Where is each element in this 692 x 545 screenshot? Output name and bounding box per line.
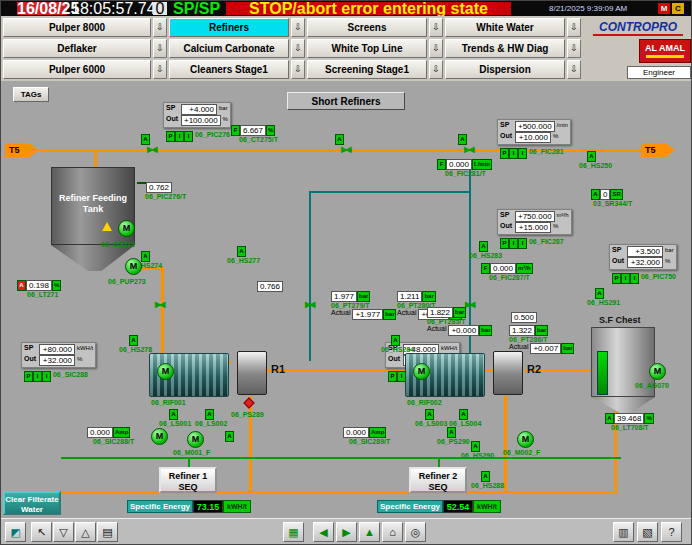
i-chip: I (509, 148, 518, 159)
user-role[interactable]: Engineer (627, 66, 691, 79)
auto-mode-chip: A (605, 413, 614, 424)
nav-arrow-pulper8000[interactable]: ⇩ (153, 18, 167, 37)
actual-value: +0.007 (530, 343, 561, 354)
motor-06_M002_F[interactable]: M (517, 431, 534, 448)
valve-icon[interactable]: ▶◀ (305, 301, 313, 309)
agitator-motor-06_AG272[interactable]: M (118, 220, 135, 237)
nav-pulper-6000[interactable]: Pulper 6000 (3, 60, 151, 79)
valve-icon[interactable]: ▶◀ (464, 146, 472, 154)
motor-06_RIF001[interactable]: M (157, 363, 174, 380)
specific-energy-label-1: Specific Energy (127, 500, 193, 513)
mode-and-tag-06_SIC288: PII 06_SIC288 (24, 371, 88, 382)
nav-screens[interactable]: Screens (307, 18, 427, 37)
alarm-counter: 0 (153, 2, 167, 15)
f-chip: F (437, 159, 446, 170)
out-value: +32.000 (627, 257, 663, 268)
motor-06_RIF002[interactable]: M (413, 363, 430, 380)
tag-label: 03_SR344/T (593, 200, 632, 207)
pv-unit: % (644, 413, 653, 424)
nav-arrow-screens[interactable]: ⇩ (429, 18, 443, 37)
out-value: +100.000 (181, 115, 221, 126)
mode-and-tag-06_FIC287: PII 06_FIC287 (500, 238, 564, 249)
nav-deflaker[interactable]: Deflaker (3, 39, 151, 58)
home-icon[interactable]: ⌂ (382, 522, 403, 542)
pv-unit: L/min (472, 159, 492, 170)
refiner2-seq-button[interactable]: Refiner 2 SEQ (409, 467, 467, 493)
back-arrow-icon[interactable]: ◀ (313, 522, 334, 542)
status-date: 16/08/25 (17, 2, 67, 15)
refiner2-unit[interactable] (493, 351, 523, 395)
auto-mode-chip: A (141, 134, 150, 145)
tag-label: 06_PT279/T (331, 302, 396, 309)
nav-screening-stage1[interactable]: Screening Stage1 (307, 60, 427, 79)
auto-mode-chip: A (129, 335, 138, 346)
pipe-pump-drop (161, 267, 164, 363)
actual-label: Actual (331, 309, 350, 316)
feed-tank-label: Refiner Feeding Tank (58, 193, 128, 215)
motor-06_M001_F[interactable]: M (187, 431, 204, 448)
aux-motor[interactable]: M (151, 428, 168, 445)
zoom-icon[interactable]: ◎ (405, 522, 426, 542)
clear-filterate-water-button[interactable]: Clear Filterate Water (3, 491, 61, 515)
actual-unit: bar (383, 309, 396, 320)
trend-icon[interactable]: ▥ (613, 522, 634, 542)
sample-icon[interactable]: △ (75, 522, 96, 542)
overview-icon[interactable]: ▦ (283, 522, 304, 542)
tag-label: 06_FIC287 (529, 238, 564, 245)
nav-arrow-whitewater[interactable]: ⇩ (567, 18, 581, 37)
agitator-motor-06_AG070[interactable]: M (649, 363, 666, 380)
controller-faceplate-06_FIC287[interactable]: SP+750.000 m³/h Out+15.000 % (497, 209, 572, 235)
nav-arrow-whitetop[interactable]: ⇩ (429, 39, 443, 58)
nav-arrow-deflaker[interactable]: ⇩ (153, 39, 167, 58)
actual-unit: bar (479, 325, 492, 336)
seq1-title: Refiner 1 (161, 471, 215, 482)
select-tool-icon[interactable]: ↖ (31, 522, 52, 542)
pump-motor-06_PUP273[interactable]: M (125, 258, 142, 275)
nav-dispersion[interactable]: Dispersion (445, 60, 565, 79)
forward-arrow-icon[interactable]: ▶ (336, 522, 357, 542)
sp-unit: bar (665, 247, 674, 253)
nav-arrow-cleaners[interactable]: ⇩ (291, 60, 305, 79)
sp-value: +80.000 (39, 344, 75, 355)
controller-faceplate-06_SIC288[interactable]: SP+80.000 kWH/t Out+32.000 % (21, 342, 96, 368)
tag-label: 06_LS001 (159, 420, 191, 427)
refiner1-seq-button[interactable]: Refiner 1 SEQ (159, 467, 217, 493)
nav-trends-hw-diag[interactable]: Trends & HW Diag (445, 39, 565, 58)
nav-calcium-carbonate[interactable]: Calcium Carbonate (169, 39, 289, 58)
tag-label: 06_PUP273 (108, 278, 146, 285)
up-arrow-icon[interactable]: ▲ (359, 522, 380, 542)
nav-arrow-refiners[interactable]: ⇩ (291, 18, 305, 37)
nav-white-water[interactable]: White Water (445, 18, 565, 37)
nav-arrow-trends[interactable]: ⇩ (567, 39, 581, 58)
nav-arrow-screening[interactable]: ⇩ (429, 60, 443, 79)
nav-cleaners-stage1[interactable]: Cleaners Stage1 (169, 60, 289, 79)
controller-faceplate-06_PIC750[interactable]: SP+3.500 bar Out+32.000 % (609, 244, 677, 270)
out-value: +10.000 (515, 132, 551, 143)
filter-icon[interactable]: ▽ (53, 522, 74, 542)
p-chip: P (500, 238, 509, 249)
tags-button[interactable]: TAGs (13, 87, 49, 102)
print-icon[interactable]: ▤ (97, 522, 118, 542)
nav-white-top-line[interactable]: White Top Line (307, 39, 427, 58)
valve-icon[interactable]: ▶◀ (147, 146, 155, 154)
valve-icon[interactable]: ▶◀ (155, 301, 163, 309)
active-alarm-banner[interactable]: STOP/abort error entering state (226, 2, 511, 15)
alarm-list-icon[interactable]: ▧ (637, 522, 658, 542)
controller-faceplate-06_FIC281[interactable]: SP+500.000 /min Out+10.000 % (497, 119, 571, 145)
valve-icon[interactable]: ▶◀ (341, 146, 349, 154)
help-icon[interactable]: ? (661, 522, 682, 542)
tag-label: 06_LT708/T (611, 424, 649, 431)
refiner1-unit[interactable] (237, 351, 267, 395)
tag-label: 06_PIC276/T (145, 193, 186, 200)
nav-arrow-calcium[interactable]: ⇩ (291, 39, 305, 58)
sp-label: SP (500, 121, 515, 128)
pv-unit: % (266, 125, 275, 136)
actual-label: Actual (427, 325, 446, 332)
nav-refiners[interactable]: Refiners (169, 18, 289, 37)
nav-pulper-8000[interactable]: Pulper 8000 (3, 18, 151, 37)
nav-arrow-pulper6000[interactable]: ⇩ (153, 60, 167, 79)
specific-energy-value-2: 52.54 (443, 500, 473, 513)
nav-arrow-dispersion[interactable]: ⇩ (567, 60, 581, 79)
water-system-icon[interactable]: ◩ (5, 522, 26, 542)
controller-faceplate-06_PIC276[interactable]: SP+4.000 bar Out+100.000 % (163, 102, 231, 128)
